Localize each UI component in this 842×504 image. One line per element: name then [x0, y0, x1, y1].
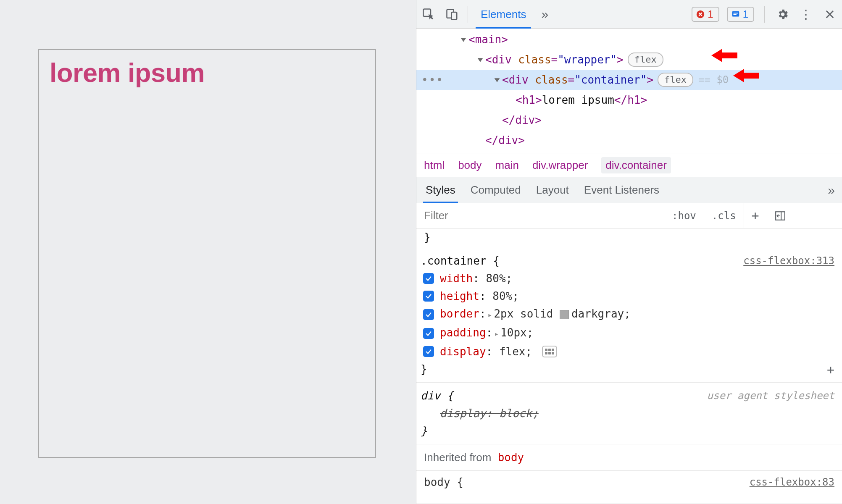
- styles-filter-input[interactable]: [416, 203, 664, 228]
- selected-marker: == $0: [698, 70, 729, 90]
- svg-rect-2: [452, 12, 457, 20]
- breadcrumb: html body main div.wrapper div.container: [416, 153, 842, 177]
- more-tabs-icon[interactable]: »: [539, 7, 549, 21]
- flex-badge[interactable]: flex: [628, 52, 663, 67]
- checkbox-icon[interactable]: [423, 273, 434, 284]
- annotation-arrow-icon: [732, 66, 759, 91]
- crumb-main[interactable]: main: [495, 159, 519, 172]
- inherited-from-row: Inherited from body: [416, 444, 842, 471]
- subtab-layout[interactable]: Layout: [536, 178, 569, 202]
- cls-toggle[interactable]: .cls: [704, 203, 744, 228]
- device-toggle-icon[interactable]: [444, 6, 460, 22]
- close-icon[interactable]: [822, 6, 838, 22]
- css-decl-padding[interactable]: padding:▸10px;: [421, 324, 834, 343]
- css-decl-width[interactable]: width: 80%;: [421, 270, 834, 287]
- page-preview: lorem ipsum: [0, 0, 416, 504]
- crumb-wrapper[interactable]: div.wrapper: [532, 159, 588, 172]
- dom-tree[interactable]: <main> <div class="wrapper"> flex ••• <d…: [416, 29, 842, 153]
- inherited-from-selector[interactable]: body: [498, 451, 524, 464]
- dom-node-close-div[interactable]: </div>: [416, 110, 842, 130]
- source-link[interactable]: css-flexbox:83: [750, 473, 834, 491]
- flex-editor-icon[interactable]: [542, 346, 557, 357]
- dom-node-h1[interactable]: <h1>lorem ipsum</h1>: [416, 90, 842, 110]
- css-decl-border[interactable]: border:▸2px solid darkgray;: [421, 305, 834, 324]
- checkbox-icon[interactable]: [423, 309, 434, 320]
- checkbox-icon[interactable]: [423, 328, 434, 339]
- crumb-container[interactable]: div.container: [601, 157, 671, 173]
- styles-subtabs: Styles Computed Layout Event Listeners »: [416, 177, 842, 203]
- color-swatch-icon[interactable]: [560, 310, 569, 319]
- issues-count: 1: [743, 8, 748, 20]
- devtools-panel: Elements » 1 1 ⋮ <main>: [416, 0, 842, 504]
- more-subtabs-icon[interactable]: »: [828, 183, 833, 197]
- dom-node-wrapper[interactable]: <div class="wrapper"> flex: [416, 50, 842, 70]
- svg-rect-4: [732, 11, 739, 16]
- svg-rect-6: [733, 14, 736, 15]
- source-link[interactable]: css-flexbox:313: [743, 252, 834, 270]
- css-decl-display-overridden[interactable]: display: block;: [421, 404, 834, 422]
- tab-elements[interactable]: Elements: [476, 1, 531, 27]
- caret-down-icon[interactable]: [458, 29, 468, 50]
- css-rule-body-peek[interactable]: body { css-flexbox:83: [416, 471, 842, 494]
- errors-badge[interactable]: 1: [692, 7, 719, 22]
- subtab-styles[interactable]: Styles: [426, 178, 455, 202]
- devtools-toolbar: Elements » 1 1 ⋮: [416, 0, 842, 29]
- svg-rect-5: [733, 13, 738, 13]
- caret-down-icon[interactable]: [492, 70, 502, 90]
- flex-badge[interactable]: flex: [658, 73, 693, 87]
- css-decl-display[interactable]: display: flex;: [421, 343, 834, 360]
- errors-count: 1: [708, 8, 713, 20]
- styles-filter-row: :hov .cls +: [416, 203, 842, 228]
- caret-down-icon[interactable]: [475, 50, 485, 70]
- preview-heading: lorem ipsum: [50, 58, 364, 88]
- css-decl-height[interactable]: height: 80%;: [421, 287, 834, 305]
- subtab-computed[interactable]: Computed: [471, 178, 521, 202]
- checkbox-icon[interactable]: [423, 346, 434, 357]
- crumb-html[interactable]: html: [424, 159, 445, 172]
- inspect-icon[interactable]: [421, 6, 437, 22]
- crumb-body[interactable]: body: [458, 159, 482, 172]
- computed-sidebar-toggle-icon[interactable]: [767, 203, 793, 228]
- kebab-menu-icon[interactable]: ⋮: [798, 6, 814, 22]
- dom-node-close-div[interactable]: </div>: [416, 130, 842, 150]
- styles-pane[interactable]: } css-flexbox:313 .container { width: 80…: [416, 228, 842, 504]
- subtab-event-listeners[interactable]: Event Listeners: [584, 178, 659, 202]
- ua-stylesheet-label: user agent stylesheet: [707, 387, 834, 404]
- css-rule-container[interactable]: css-flexbox:313 .container { width: 80%;…: [416, 248, 842, 383]
- css-rule-div-ua[interactable]: user agent stylesheet div { display: blo…: [416, 383, 842, 444]
- add-declaration-button[interactable]: +: [827, 361, 834, 379]
- dom-node-container[interactable]: ••• <div class="container"> flex == $0: [416, 70, 842, 90]
- hov-toggle[interactable]: :hov: [664, 203, 704, 228]
- issues-badge[interactable]: 1: [727, 7, 754, 22]
- dom-node-main[interactable]: <main>: [416, 29, 842, 50]
- checkbox-icon[interactable]: [423, 291, 434, 302]
- ellipsis-icon[interactable]: •••: [421, 70, 444, 90]
- preview-container: lorem ipsum: [38, 49, 376, 458]
- settings-icon[interactable]: [775, 6, 791, 22]
- new-style-rule-button[interactable]: +: [744, 203, 767, 228]
